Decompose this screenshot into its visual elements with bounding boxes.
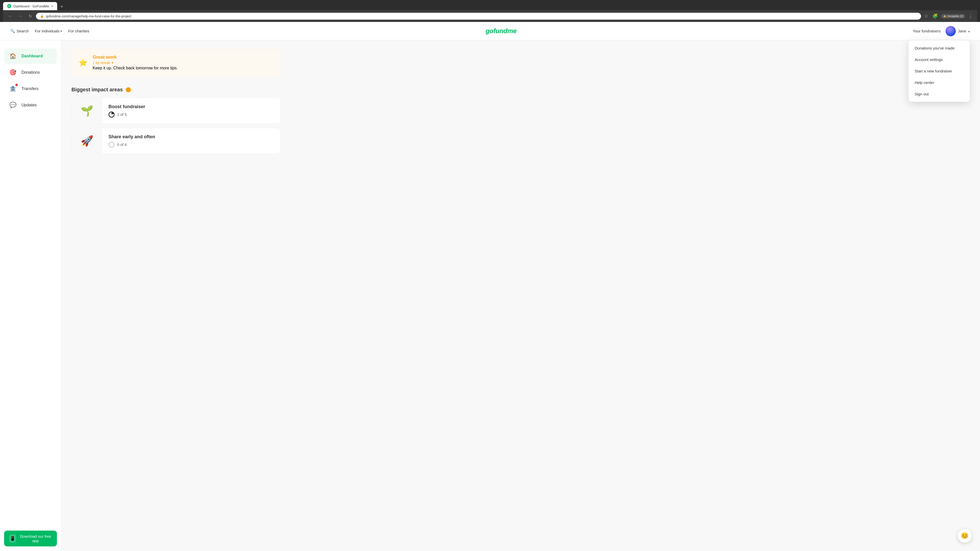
for-charities-label: For charities bbox=[68, 29, 89, 33]
tab-title: Dashboard - GoFundMe bbox=[13, 4, 49, 8]
incognito-label: Incognito (2) bbox=[948, 14, 963, 17]
user-menu[interactable]: Jane ▴ bbox=[945, 26, 970, 36]
sidebar-item-dashboard[interactable]: 🏠 Dashboard bbox=[4, 48, 57, 64]
site-header: 🔍 Search For individuals ▾ For charities… bbox=[0, 22, 980, 40]
dropdown-sign-out[interactable]: Sign out bbox=[908, 88, 970, 100]
browser-toolbar: ← → ↻ 🔒 gofundme.com/manage/help-me-fund… bbox=[3, 10, 977, 22]
page-layout: 🏠 Dashboard 🎯 Donations 🏦 Transfers 💬 Up… bbox=[0, 40, 980, 551]
download-app-button[interactable]: 📱 Download our free app bbox=[4, 530, 57, 546]
banner-description: Keep it up. Check back tomorrow for more… bbox=[93, 66, 178, 70]
avatar bbox=[945, 26, 956, 36]
share-card-content: Share early and often 0 of 4 bbox=[102, 129, 161, 153]
boost-progress: 1 of 5 bbox=[108, 111, 145, 118]
boost-card-content: Boost fundraiser 1 of 5 bbox=[102, 99, 151, 123]
sidebar: 🏠 Dashboard 🎯 Donations 🏦 Transfers 💬 Up… bbox=[0, 40, 61, 551]
username-label: Jane bbox=[958, 29, 966, 33]
logo-text: gofundme bbox=[485, 27, 517, 35]
donations-icon: 🎯 bbox=[8, 68, 18, 77]
sidebar-donations-label: Donations bbox=[21, 70, 40, 75]
back-btn[interactable]: ← bbox=[6, 13, 14, 19]
updates-icon: 💬 bbox=[8, 100, 18, 110]
dropdown-donations-made[interactable]: Donations you've made bbox=[908, 42, 970, 54]
address-bar[interactable]: 🔒 gofundme.com/manage/help-me-fund-raise… bbox=[36, 13, 921, 20]
share-icon-area: 🚀 bbox=[72, 128, 102, 154]
new-tab-btn[interactable]: + bbox=[58, 3, 65, 10]
share-progress-circle bbox=[108, 141, 115, 148]
biggest-impact-section: Biggest impact areas 🌱 Boost fundraiser … bbox=[72, 87, 281, 154]
banner-text: Great work 1 tip streak ✦ Keep it up. Ch… bbox=[93, 55, 178, 70]
sidebar-item-donations[interactable]: 🎯 Donations bbox=[4, 65, 57, 80]
header-nav: 🔍 Search For individuals ▾ For charities bbox=[10, 29, 89, 33]
dropdown-account-settings[interactable]: Account settings bbox=[908, 54, 970, 65]
search-icon: 🔍 bbox=[10, 29, 15, 33]
sidebar-item-transfers[interactable]: 🏦 Transfers bbox=[4, 81, 57, 97]
transfers-notification-dot bbox=[15, 84, 18, 86]
dropdown-help-center[interactable]: Help center bbox=[908, 77, 970, 88]
banner-streak: 1 tip streak ✦ bbox=[93, 61, 114, 65]
boost-progress-circle bbox=[108, 111, 115, 118]
incognito-icon: 🕵 bbox=[943, 14, 947, 18]
for-charities-nav[interactable]: For charities bbox=[68, 29, 89, 33]
main-content: ⭐ Great work 1 tip streak ✦ Keep it up. … bbox=[61, 40, 291, 551]
for-individuals-label: For individuals bbox=[35, 29, 60, 33]
dashboard-icon: 🏠 bbox=[8, 52, 18, 61]
user-dropdown-menu: Donations you've made Account settings S… bbox=[908, 40, 970, 102]
for-individuals-nav[interactable]: For individuals ▾ bbox=[35, 29, 62, 33]
sidebar-updates-label: Updates bbox=[21, 103, 37, 107]
extensions-btn[interactable]: 🧩 bbox=[931, 12, 939, 20]
header-right: Your fundraisers Jane ▴ bbox=[913, 26, 970, 36]
share-fundraiser-card[interactable]: 🚀 Share early and often 0 of 4 bbox=[72, 128, 281, 154]
avatar-image bbox=[945, 26, 956, 36]
boost-progress-label: 1 of 5 bbox=[117, 112, 127, 117]
search-label: Search bbox=[17, 29, 29, 33]
tab-favicon: G bbox=[7, 4, 11, 8]
chevron-up-icon: ▴ bbox=[968, 29, 970, 33]
chat-icon: 😊 bbox=[961, 532, 969, 539]
logo-area: gofundme bbox=[89, 27, 913, 35]
gofundme-logo[interactable]: gofundme bbox=[485, 27, 517, 35]
active-tab[interactable]: G Dashboard - GoFundMe × bbox=[3, 2, 57, 10]
lock-icon: 🔒 bbox=[40, 14, 44, 18]
tab-close-btn[interactable]: × bbox=[51, 4, 53, 8]
share-icon: 🚀 bbox=[81, 135, 94, 147]
bookmark-btn[interactable]: ☆ bbox=[923, 12, 929, 20]
section-title-text: Biggest impact areas bbox=[72, 87, 123, 93]
url-text: gofundme.com/manage/help-me-fund-raise-f… bbox=[46, 14, 131, 18]
sidebar-bottom: 📱 Download our free app bbox=[4, 530, 57, 546]
banner-title: Great work 1 tip streak ✦ bbox=[93, 55, 178, 65]
menu-btn[interactable]: ⋮ bbox=[967, 12, 974, 20]
forward-btn[interactable]: → bbox=[16, 13, 24, 19]
share-progress: 0 of 4 bbox=[108, 141, 155, 148]
browser-chrome: G Dashboard - GoFundMe × + ← → ↻ 🔒 gofun… bbox=[0, 0, 980, 22]
sidebar-transfers-label: Transfers bbox=[21, 86, 38, 91]
search-link[interactable]: 🔍 Search bbox=[10, 29, 29, 33]
share-progress-label: 0 of 4 bbox=[117, 142, 127, 147]
great-work-banner: ⭐ Great work 1 tip streak ✦ Keep it up. … bbox=[72, 48, 281, 76]
dropdown-start-fundraiser[interactable]: Start a new fundraiser bbox=[908, 65, 970, 77]
star-icon: ⭐ bbox=[79, 59, 88, 67]
your-fundraisers-link[interactable]: Your fundraisers bbox=[913, 29, 941, 33]
orange-dot-indicator bbox=[126, 87, 131, 92]
incognito-badge: 🕵 Incognito (2) bbox=[941, 14, 965, 18]
transfers-icon-wrapper: 🏦 bbox=[8, 84, 18, 94]
share-card-title: Share early and often bbox=[108, 134, 155, 140]
chevron-down-icon: ▾ bbox=[60, 29, 62, 33]
toolbar-actions: ☆ 🧩 🕵 Incognito (2) ⋮ bbox=[923, 12, 974, 20]
boost-fundraiser-card[interactable]: 🌱 Boost fundraiser 1 of 5 bbox=[72, 98, 281, 124]
boost-icon: 🌱 bbox=[81, 105, 94, 117]
boost-card-title: Boost fundraiser bbox=[108, 104, 145, 110]
sidebar-dashboard-label: Dashboard bbox=[21, 54, 43, 59]
boost-icon-area: 🌱 bbox=[72, 98, 102, 124]
download-app-label: Download our free app bbox=[19, 534, 52, 543]
download-icon: 📱 bbox=[9, 534, 16, 543]
sidebar-item-updates[interactable]: 💬 Updates bbox=[4, 97, 57, 113]
section-title: Biggest impact areas bbox=[72, 87, 281, 93]
chat-fab-button[interactable]: 😊 bbox=[958, 529, 972, 543]
refresh-btn[interactable]: ↻ bbox=[27, 13, 34, 20]
